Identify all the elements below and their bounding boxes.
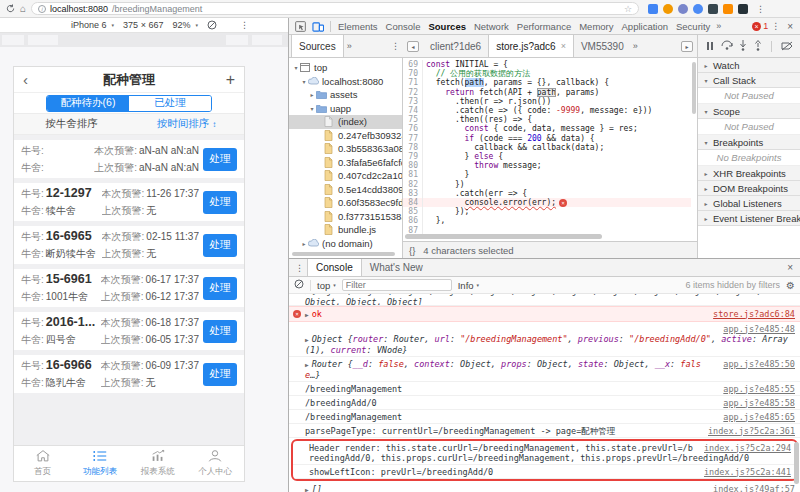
expand-panel-icon[interactable]: ▸ bbox=[681, 41, 693, 52]
reload-icon[interactable] bbox=[6, 4, 15, 13]
tree-item[interactable]: ▾uapp bbox=[289, 102, 402, 116]
source-link[interactable]: app.js?e485:58 bbox=[723, 398, 795, 408]
line-number[interactable]: 71 bbox=[403, 78, 423, 87]
more-tabs-icon[interactable]: » bbox=[714, 21, 723, 31]
console-scrollbar[interactable] bbox=[794, 442, 799, 484]
line-number[interactable]: 75 bbox=[403, 115, 423, 124]
pause-icon[interactable] bbox=[705, 37, 715, 55]
tab-pending[interactable]: 配种待办(6) bbox=[47, 96, 129, 111]
step-out-icon[interactable] bbox=[753, 37, 763, 55]
extension-icon[interactable] bbox=[738, 4, 748, 14]
tree-collapsed-icon[interactable]: ▸ bbox=[300, 240, 308, 247]
tree-item[interactable]: 0.407cd2c2a106 bbox=[289, 169, 402, 183]
device-size[interactable]: 375 × 667 bbox=[123, 20, 163, 30]
tree-item[interactable]: 0.3fafa5e6fafcfc9 bbox=[289, 156, 402, 170]
extension-icon[interactable] bbox=[663, 4, 673, 14]
tree-expanded-icon[interactable]: ▾ bbox=[292, 64, 300, 71]
expand-arrow-icon[interactable]: ▶ bbox=[305, 336, 309, 343]
tree-item[interactable]: ▸(no domain) bbox=[289, 237, 402, 251]
sort-by-time[interactable]: 按时间排序 ↕ bbox=[129, 117, 244, 131]
step-over-icon[interactable] bbox=[721, 37, 733, 55]
navigator-more-icon[interactable]: » bbox=[344, 41, 355, 51]
source-link[interactable]: app.js?e485:65 bbox=[723, 412, 795, 422]
handle-button[interactable]: 处理 bbox=[203, 191, 237, 214]
expand-arrow-icon[interactable]: ▶ bbox=[305, 361, 309, 368]
editor-tab[interactable]: store.js?adc6× bbox=[488, 35, 574, 57]
tree-item[interactable]: 0.f3773151538a8 bbox=[289, 210, 402, 224]
navigator-hscrollbar[interactable] bbox=[292, 252, 395, 256]
tab-done[interactable]: 已处理 bbox=[129, 96, 211, 111]
devtools-tab-security[interactable]: Security bbox=[672, 21, 714, 32]
devtools-tab-sources[interactable]: Sources bbox=[424, 21, 470, 32]
back-button[interactable]: ‹ bbox=[23, 72, 28, 87]
log-level-select[interactable]: Info▾ bbox=[458, 280, 479, 291]
handle-button[interactable]: 处理 bbox=[203, 363, 237, 386]
sidebar-section-scope[interactable]: ▾Scope bbox=[698, 104, 800, 119]
source-link[interactable]: index.js?5c2a:361 bbox=[708, 426, 795, 436]
sidebar-section-call-stack[interactable]: ▾Call Stack bbox=[698, 73, 800, 88]
line-number[interactable]: 76 bbox=[403, 124, 423, 133]
extension-icon[interactable] bbox=[723, 4, 733, 14]
expand-arrow-icon[interactable]: ▶ bbox=[305, 294, 309, 295]
drawer-close-icon[interactable]: × bbox=[783, 262, 797, 273]
clear-console-icon[interactable] bbox=[294, 279, 304, 291]
expand-arrow-icon[interactable]: ▶ bbox=[305, 486, 309, 492]
line-number[interactable]: 72 bbox=[403, 88, 423, 97]
handle-button[interactable]: 处理 bbox=[203, 234, 237, 257]
line-number[interactable]: 86 bbox=[403, 216, 423, 225]
navigator-tab-sources[interactable]: Sources bbox=[291, 35, 344, 57]
line-number[interactable]: 74 bbox=[403, 106, 423, 115]
tree-item[interactable]: 0.3b558363a08b bbox=[289, 142, 402, 156]
inspect-icon[interactable] bbox=[292, 21, 309, 32]
collapse-navigator-icon[interactable]: ◂ bbox=[407, 41, 419, 52]
tree-item[interactable]: 0.60f3583ec9fde bbox=[289, 196, 402, 210]
extension-icon[interactable] bbox=[708, 4, 718, 14]
handle-button[interactable]: 处理 bbox=[203, 148, 237, 171]
console-filter-input[interactable] bbox=[342, 279, 452, 291]
devtools-tab-console[interactable]: Console bbox=[382, 21, 425, 32]
sidebar-section-watch[interactable]: ▸Watch bbox=[698, 58, 800, 73]
line-number[interactable]: 82 bbox=[403, 180, 423, 189]
device-toolbar-menu-icon[interactable]: ⋮ bbox=[237, 20, 252, 30]
tree-expanded-icon[interactable]: ▾ bbox=[308, 105, 316, 112]
source-link[interactable]: app.js?e485:48 bbox=[723, 324, 795, 334]
console-settings-icon[interactable]: ⚙ bbox=[786, 280, 795, 291]
line-number[interactable]: 85 bbox=[403, 207, 423, 216]
drawer-menu-icon[interactable]: ⋮ bbox=[292, 263, 307, 273]
pretty-print-button[interactable]: {} bbox=[409, 245, 415, 256]
line-number[interactable]: 79 bbox=[403, 152, 423, 161]
sort-by-barn[interactable]: 按牛舍排序 bbox=[14, 117, 129, 131]
sidebar-section-event-listener-breakpoints[interactable]: ▸Event Listener Breakpoints bbox=[698, 211, 800, 226]
code-editor[interactable]: 69const INITIAL = {70 // 公用的获取数据的方法71 fe… bbox=[403, 58, 697, 258]
close-tab-icon[interactable]: × bbox=[561, 41, 566, 51]
sidebar-section-dom-breakpoints[interactable]: ▸DOM Breakpoints bbox=[698, 181, 800, 196]
tree-item[interactable]: bundle.js bbox=[289, 223, 402, 237]
tree-item[interactable]: 0.247efb3093247 bbox=[289, 129, 402, 143]
line-number[interactable]: 69 bbox=[403, 60, 423, 69]
editor-vscrollbar[interactable] bbox=[692, 62, 696, 114]
tree-item[interactable]: ▾top bbox=[289, 61, 402, 75]
rotate-icon[interactable] bbox=[207, 20, 217, 30]
bookmark-star-icon[interactable]: ☆ bbox=[624, 4, 632, 14]
url-bar[interactable]: i localhost:8080/breedingManagement ☆ bbox=[31, 2, 639, 15]
tree-item[interactable]: ▾localhost:8080 bbox=[289, 75, 402, 89]
devtools-close-icon[interactable]: × bbox=[783, 21, 797, 32]
devtools-menu-icon[interactable]: ⋮ bbox=[768, 21, 783, 31]
add-button[interactable]: + bbox=[226, 72, 235, 88]
nav-item-list[interactable]: 功能列表 bbox=[72, 446, 130, 481]
sidebar-section-xhr-breakpoints[interactable]: ▸XHR Breakpoints bbox=[698, 166, 800, 181]
editor-tab[interactable]: client?1de6 bbox=[423, 35, 488, 57]
line-number[interactable]: 77 bbox=[403, 134, 423, 143]
source-link[interactable]: app.js?e485:55 bbox=[723, 384, 795, 394]
line-number[interactable]: 73 bbox=[403, 97, 423, 106]
tree-expanded-icon[interactable]: ▾ bbox=[300, 78, 308, 85]
deactivate-breakpoints-icon[interactable] bbox=[781, 37, 793, 55]
devtools-tab-elements[interactable]: Elements bbox=[334, 21, 382, 32]
tree-item[interactable]: (index) bbox=[289, 115, 402, 129]
line-number[interactable]: 80 bbox=[403, 161, 423, 170]
devtools-tab-network[interactable]: Network bbox=[470, 21, 513, 32]
tree-item[interactable]: 0.5e14cdd38090 bbox=[289, 183, 402, 197]
sidebar-section-global-listeners[interactable]: ▸Global Listeners bbox=[698, 196, 800, 211]
handle-button[interactable]: 处理 bbox=[203, 320, 237, 343]
editor-more-tabs-icon[interactable]: » bbox=[631, 41, 640, 51]
